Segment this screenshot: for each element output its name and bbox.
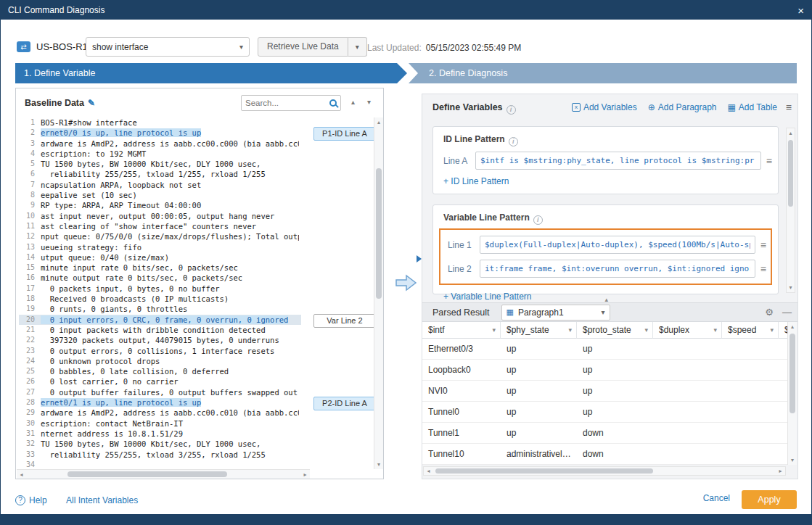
- scroll-up-icon[interactable]: ▴: [374, 117, 383, 127]
- search-input[interactable]: [245, 99, 329, 107]
- tab-define-diagnosis[interactable]: 2. Define Diagnosis: [409, 63, 797, 83]
- table-vertical-scrollbar[interactable]: ▴ ▾: [787, 322, 797, 465]
- find-next-button[interactable]: ▾: [367, 98, 371, 106]
- code-line[interactable]: 18 Received 0 broadcasts (0 IP multicast…: [19, 294, 301, 304]
- row-menu-icon[interactable]: ≡: [766, 155, 772, 167]
- gear-icon[interactable]: ⚙: [765, 307, 774, 318]
- scrollbar-thumb[interactable]: [376, 168, 382, 299]
- code-line[interactable]: 28ernet0/1 is up, line protocol is up: [19, 397, 301, 408]
- table-horizontal-scrollbar[interactable]: ◂ ▸: [423, 466, 786, 476]
- table-row[interactable]: Tunnel10administratively...down: [422, 444, 787, 465]
- code-line[interactable]: 24 0 unknown protocol drops: [19, 356, 301, 366]
- scroll-right-icon[interactable]: ▸: [776, 466, 785, 476]
- code-line[interactable]: 9RP type: ARPA, ARP Timeout 04:00:00: [19, 200, 301, 210]
- code-line[interactable]: 3ardware is AmdP2, address is aabb.cc00.…: [19, 139, 301, 149]
- column-header[interactable]: $in▾: [779, 322, 787, 339]
- code-line[interactable]: 34: [19, 460, 301, 469]
- column-header[interactable]: $intf▾: [422, 322, 501, 339]
- find-previous-button[interactable]: ▴: [351, 98, 355, 106]
- scroll-right-icon[interactable]: ▸: [300, 470, 310, 479]
- retrieve-live-data-button[interactable]: Retrieve Live Data: [258, 37, 348, 57]
- scrollbar-thumb[interactable]: [788, 140, 793, 207]
- code-line[interactable]: 14utput queue: 0/40 (size/max): [19, 252, 301, 262]
- code-line[interactable]: 8eepalive set (10 sec): [19, 190, 301, 200]
- column-header[interactable]: $speed▾: [722, 322, 779, 339]
- line-tag[interactable]: P1-ID Line A: [313, 127, 376, 141]
- code-line[interactable]: 5TU 1500 bytes, BW 10000 Kbit/sec, DLY 1…: [19, 159, 301, 169]
- table-row[interactable]: Tunnel1updown: [422, 423, 787, 444]
- baseline-title: Baseline Data✎: [25, 98, 95, 108]
- code-line[interactable]: 22 397320 packets output, 44079015 bytes…: [19, 335, 301, 345]
- code-line[interactable]: 12nput queue: 0/75/0/0 (size/max/drops/f…: [19, 231, 301, 241]
- variable-line-2-input[interactable]: [480, 260, 755, 278]
- edit-icon[interactable]: ✎: [88, 98, 95, 108]
- collapse-section-icon[interactable]: —: [782, 307, 792, 318]
- variables-scrollbar[interactable]: ▴ ▾: [786, 128, 795, 293]
- code-line[interactable]: 27 0 output buffer failures, 0 output bu…: [19, 387, 301, 397]
- scroll-down-icon[interactable]: ▾: [374, 460, 383, 469]
- column-header[interactable]: $phy_state▾: [501, 322, 577, 339]
- row-menu-icon[interactable]: ≡: [760, 263, 766, 275]
- code-line[interactable]: 16minute output rate 0 bits/sec, 0 packe…: [19, 273, 301, 283]
- line-text: ardware is AmdP2, address is aabb.cc00.c…: [41, 139, 299, 149]
- horizontal-scrollbar[interactable]: ◂ ▸: [17, 469, 310, 479]
- scroll-down-icon[interactable]: ▾: [787, 283, 795, 292]
- table-row[interactable]: NVI0upup: [422, 381, 787, 402]
- column-header[interactable]: $duplex▾: [653, 322, 722, 339]
- column-header[interactable]: $proto_state▾: [577, 322, 653, 339]
- code-line[interactable]: 29ardware is AmdP2, address is aabb.cc00…: [19, 408, 301, 418]
- code-line[interactable]: 19 0 runts, 0 giants, 0 throttles: [19, 304, 301, 314]
- id-line-a-input[interactable]: [475, 152, 761, 170]
- menu-icon[interactable]: ≡: [786, 102, 792, 113]
- scroll-up-icon[interactable]: ▴: [788, 322, 797, 331]
- tab-define-variable[interactable]: 1. Define Variable: [15, 63, 407, 83]
- code-line[interactable]: 1BOS-R1#show interface: [19, 117, 301, 128]
- code-line[interactable]: 30escription: contact NetBrain-IT: [19, 418, 301, 429]
- scrollbar-thumb[interactable]: [435, 468, 653, 474]
- variable-line-1-input[interactable]: [480, 236, 755, 254]
- add-table-button[interactable]: ▦Add Table: [728, 102, 778, 112]
- code-line[interactable]: 10ast input never, output 00:00:05, outp…: [19, 211, 301, 221]
- close-icon[interactable]: ×: [797, 5, 804, 16]
- table-row[interactable]: Ethernet0/3upup: [422, 339, 787, 360]
- code-line[interactable]: 25 0 babbles, 0 late collision, 0 deferr…: [19, 366, 301, 376]
- table-row[interactable]: Loopback0upup: [422, 360, 787, 381]
- scroll-down-icon[interactable]: ▾: [788, 455, 797, 465]
- retrieve-split-caret[interactable]: ▾: [348, 37, 367, 57]
- scroll-left-icon[interactable]: ◂: [17, 470, 26, 479]
- code-line[interactable]: 20 0 input errors, 0 CRC, 0 frame, 0 ove…: [19, 315, 301, 325]
- line-tag[interactable]: P2-ID Line A: [313, 397, 376, 410]
- code-line[interactable]: 21 0 input packets with dribble conditio…: [19, 325, 301, 335]
- scrollbar-thumb[interactable]: [790, 334, 795, 413]
- search-icon[interactable]: [329, 99, 337, 107]
- paragraph-select[interactable]: ▦ Paragraph1 ▾: [501, 305, 610, 321]
- code-line[interactable]: 7ncapsulation ARPA, loopback not set: [19, 180, 301, 190]
- code-line[interactable]: 11ast clearing of "show interface" count…: [19, 221, 301, 231]
- line-tag[interactable]: Var Line 2: [313, 314, 376, 328]
- code-line[interactable]: 2ernet0/0 is up, line protocol is up: [19, 128, 301, 138]
- code-line[interactable]: 4escription: to 192 MGMT: [19, 149, 301, 159]
- code-line[interactable]: 6 reliability 255/255, txload 1/255, rxl…: [19, 169, 301, 179]
- add-paragraph-button[interactable]: ⊕Add Paragraph: [648, 102, 717, 112]
- scroll-up-icon[interactable]: ▴: [787, 128, 795, 138]
- code-line[interactable]: 32TU 1500 bytes, BW 10000 Kbit/sec, DLY …: [19, 439, 301, 449]
- add-id-line-pattern-link[interactable]: + ID Line Pattern: [433, 170, 778, 186]
- code-line[interactable]: 26 0 lost carrier, 0 no carrier: [19, 376, 301, 386]
- code-line[interactable]: 15minute input rate 0 bits/sec, 0 packet…: [19, 262, 301, 273]
- scroll-left-icon[interactable]: ◂: [424, 466, 433, 476]
- row-menu-icon[interactable]: ≡: [760, 239, 766, 251]
- code-line[interactable]: 17 0 packets input, 0 bytes, 0 no buffer: [19, 284, 301, 294]
- code-line[interactable]: 33 reliability 255/255, txload 3/255, rx…: [19, 450, 301, 460]
- help-button[interactable]: ? Help: [15, 495, 47, 505]
- command-select[interactable]: show interface ▾: [86, 37, 250, 57]
- apply-button[interactable]: Apply: [742, 490, 797, 509]
- table-row[interactable]: Tunnel0upup: [422, 402, 787, 423]
- code-line[interactable]: 13ueueing strategy: fifo: [19, 242, 301, 252]
- cancel-button[interactable]: Cancel: [703, 493, 730, 503]
- add-variables-button[interactable]: xAdd Variables: [572, 102, 637, 112]
- scrollbar-thumb[interactable]: [67, 471, 227, 477]
- all-intent-variables-link[interactable]: All Intent Variables: [66, 495, 138, 505]
- code-line[interactable]: 23 0 output errors, 0 collisions, 1 inte…: [19, 346, 301, 356]
- code-line[interactable]: 31nternet address is 10.8.1.51/29: [19, 429, 301, 439]
- vertical-scrollbar[interactable]: ▴ ▾: [374, 117, 383, 469]
